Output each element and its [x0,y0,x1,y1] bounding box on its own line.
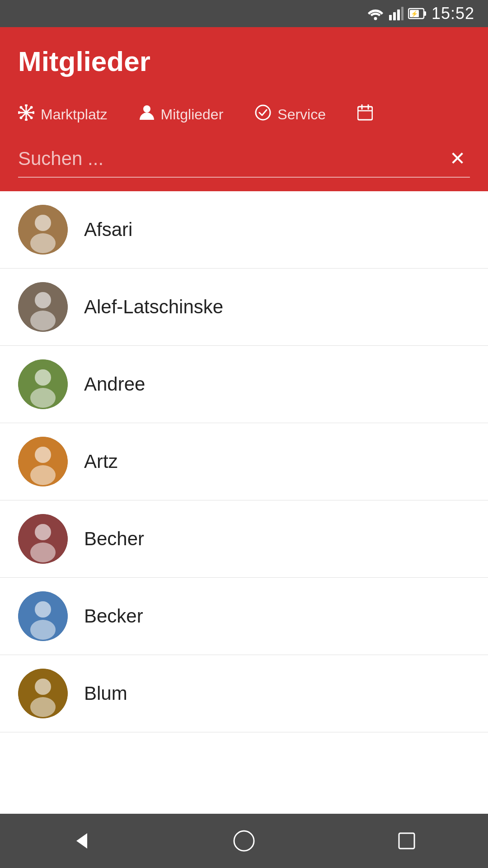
avatar [18,359,68,409]
person-icon [139,104,155,125]
svg-rect-23 [358,107,372,120]
member-name: Andree [84,373,145,395]
list-item[interactable]: Andree [0,346,488,423]
app-header: Mitglieder Ma [0,27,488,134]
svg-point-28 [35,215,51,231]
svg-text:⚡: ⚡ [411,10,418,18]
avatar [18,205,68,255]
tab-service-label: Service [277,106,326,123]
svg-point-38 [30,465,56,485]
svg-point-14 [25,118,28,121]
svg-rect-50 [399,833,414,849]
svg-rect-3 [397,9,400,20]
tab-mitglieder-label: Mitglieder [161,106,224,123]
check-circle-icon [255,104,271,125]
status-bar: ⚡ 15:52 [0,0,488,27]
svg-point-47 [30,697,56,717]
bottom-nav [0,814,488,868]
svg-point-18 [30,117,33,119]
member-name: Blum [84,683,127,704]
list-item[interactable]: Blum [0,655,488,732]
signal-icon [389,7,404,20]
svg-point-15 [18,111,20,114]
page-title: Mitglieder [18,45,470,77]
tab-marktplatz-label: Marktplatz [41,106,108,123]
back-icon [70,830,93,852]
search-bar: ✕ [0,134,488,182]
svg-point-21 [143,105,150,113]
svg-point-16 [32,111,34,114]
avatar [18,669,68,718]
member-name: Becher [84,528,144,550]
svg-point-43 [35,601,51,618]
list-item[interactable]: Alef-Latschinske [0,269,488,346]
avatar [18,514,68,564]
nav-tabs: Marktplatz Mitglieder Service [18,95,470,134]
avatar [18,437,68,486]
svg-rect-4 [401,7,404,20]
tab-calendar[interactable] [357,95,386,134]
header-divider [0,182,488,191]
list-item[interactable]: Becher [0,500,488,578]
list-item[interactable]: Artz [0,423,488,500]
svg-rect-1 [389,15,392,20]
svg-point-35 [30,388,56,408]
snowflake-icon [18,104,34,125]
svg-point-49 [234,831,254,851]
list-item[interactable]: Afsari [0,191,488,269]
calendar-icon [357,104,373,125]
svg-point-20 [20,117,23,119]
status-time: 15:52 [432,4,474,23]
recents-button[interactable] [386,821,427,861]
search-input[interactable] [18,148,445,170]
svg-rect-7 [424,11,426,16]
status-icons: ⚡ 15:52 [366,4,474,23]
recents-icon [395,830,418,852]
search-input-row: ✕ [18,147,470,178]
svg-point-46 [35,679,51,695]
svg-point-32 [30,311,56,330]
tab-service[interactable]: Service [255,95,339,134]
search-clear-button[interactable]: ✕ [445,147,470,170]
tab-mitglieder[interactable]: Mitglieder [139,95,237,134]
svg-rect-2 [393,12,396,20]
member-name: Alef-Latschinske [84,296,223,318]
back-button[interactable] [61,821,102,861]
svg-point-22 [256,105,270,120]
wifi-icon [366,7,385,20]
home-button[interactable] [224,821,264,861]
home-icon [233,830,255,852]
svg-point-19 [30,106,33,109]
svg-marker-48 [76,833,87,849]
list-item[interactable]: Becker [0,578,488,655]
svg-point-41 [30,542,56,562]
svg-point-13 [25,104,28,107]
svg-point-31 [35,292,51,308]
avatar [18,591,68,641]
member-name: Afsari [84,219,132,241]
svg-point-17 [20,106,23,109]
battery-icon: ⚡ [408,7,427,20]
svg-point-34 [35,369,51,386]
svg-point-40 [35,524,51,540]
svg-point-0 [374,17,377,20]
avatar [18,282,68,332]
member-name: Becker [84,605,143,627]
member-name: Artz [84,451,118,472]
tab-marktplatz[interactable]: Marktplatz [18,95,121,134]
svg-point-37 [35,447,51,463]
member-list: Afsari Alef-Latschinske Andree Artz Bech [0,191,488,829]
svg-point-44 [30,620,56,640]
svg-point-29 [30,233,56,253]
